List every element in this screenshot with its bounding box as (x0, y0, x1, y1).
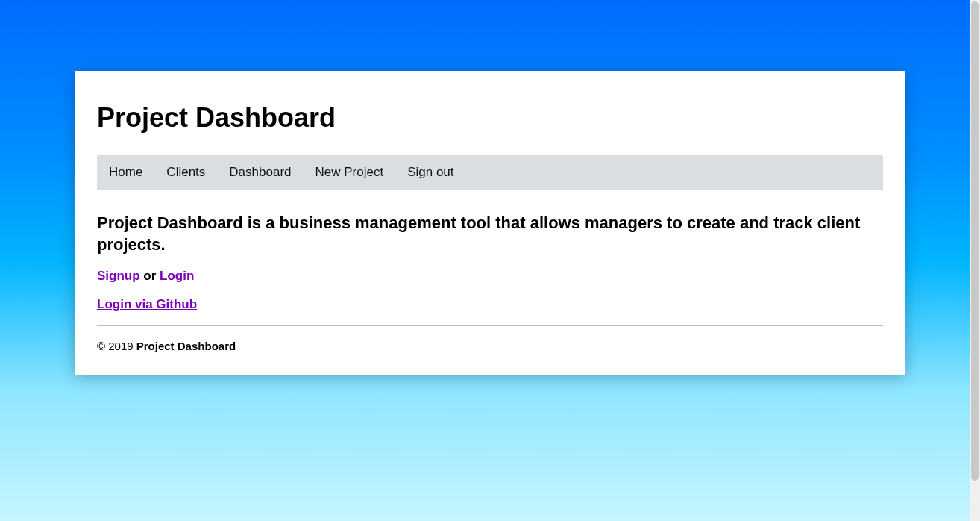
github-login-line: Login via Github (97, 297, 883, 312)
page-title: Project Dashboard (97, 102, 883, 134)
app-description: Project Dashboard is a business manageme… (97, 213, 883, 255)
nav-sign-out[interactable]: Sign out (395, 155, 465, 190)
footer: © 2019 Project Dashboard (97, 340, 883, 352)
copyright-text: © 2019 (97, 340, 136, 352)
or-text: or (140, 269, 160, 283)
scrollbar[interactable] (970, 0, 980, 521)
footer-divider (97, 325, 883, 326)
main-nav: Home Clients Dashboard New Project Sign … (97, 155, 883, 190)
auth-links-line: Signup or Login (97, 269, 883, 284)
signup-link[interactable]: Signup (97, 269, 140, 283)
footer-brand: Project Dashboard (136, 340, 236, 352)
content-card: Project Dashboard Home Clients Dashboard… (75, 71, 905, 375)
nav-home[interactable]: Home (97, 155, 154, 190)
nav-new-project[interactable]: New Project (304, 155, 396, 190)
login-link[interactable]: Login (160, 269, 194, 283)
scrollbar-thumb[interactable] (971, 1, 979, 481)
nav-dashboard[interactable]: Dashboard (217, 155, 303, 190)
github-login-link[interactable]: Login via Github (97, 297, 197, 311)
nav-clients[interactable]: Clients (154, 155, 217, 190)
